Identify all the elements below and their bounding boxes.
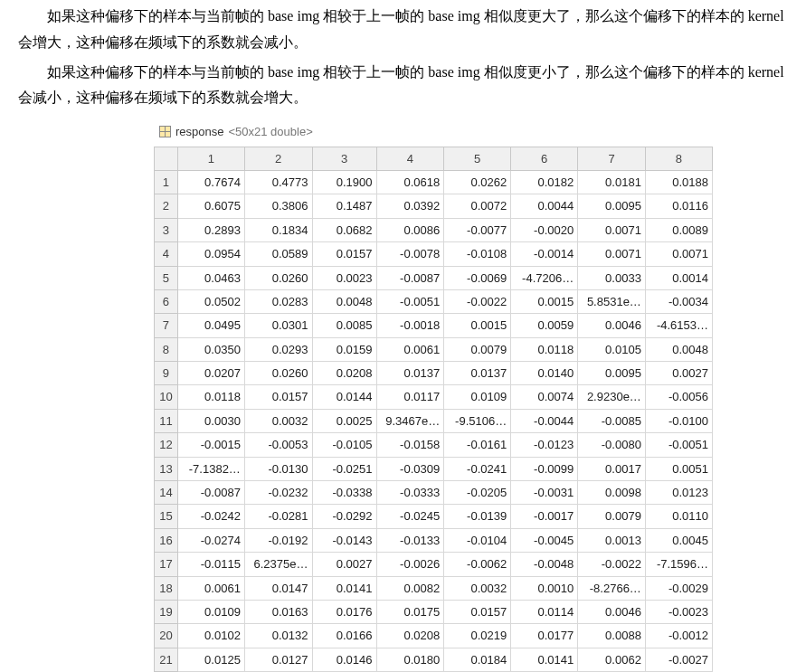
cell[interactable]: 0.0208 — [312, 362, 376, 385]
cell[interactable]: 0.0166 — [312, 624, 376, 648]
cell[interactable]: -0.0053 — [244, 433, 312, 457]
cell[interactable]: 0.0157 — [312, 242, 376, 266]
cell[interactable]: -0.0274 — [177, 528, 244, 552]
cell[interactable]: 0.0046 — [578, 314, 646, 337]
cell[interactable]: 0.0095 — [578, 194, 646, 218]
cell[interactable]: 0.0015 — [444, 314, 511, 337]
cell[interactable]: 0.0188 — [645, 170, 712, 194]
cell[interactable]: 0.0589 — [244, 242, 312, 266]
cell[interactable]: 0.0157 — [244, 385, 312, 409]
cell[interactable]: 0.0088 — [578, 624, 646, 648]
cell[interactable]: -0.0143 — [312, 528, 376, 552]
cell[interactable]: 0.0102 — [177, 624, 244, 648]
cell[interactable]: 0.0260 — [244, 362, 312, 385]
cell[interactable]: 0.0141 — [312, 576, 376, 600]
cell[interactable]: -0.0242 — [177, 505, 244, 528]
cell[interactable]: -0.0105 — [312, 433, 376, 457]
cell[interactable]: 0.0051 — [645, 457, 712, 480]
cell[interactable]: -0.0333 — [376, 481, 444, 505]
cell[interactable]: -0.0232 — [244, 481, 312, 505]
cell[interactable]: -0.0309 — [376, 457, 444, 480]
cell[interactable]: 0.0072 — [444, 194, 511, 218]
cell[interactable]: -0.0139 — [444, 505, 511, 528]
cell[interactable]: 0.0025 — [312, 409, 376, 432]
cell[interactable]: 0.0207 — [177, 362, 244, 385]
cell[interactable]: 0.0392 — [376, 194, 444, 218]
cell[interactable]: 0.0177 — [511, 624, 578, 648]
cell[interactable]: -0.0044 — [511, 409, 578, 432]
cell[interactable]: 0.0147 — [244, 576, 312, 600]
cell[interactable]: 0.0283 — [244, 289, 312, 313]
cell[interactable]: 0.0059 — [511, 314, 578, 337]
cell[interactable]: 0.0109 — [444, 385, 511, 409]
cell[interactable]: 0.0117 — [376, 385, 444, 409]
cell[interactable]: 0.0082 — [376, 576, 444, 600]
cell[interactable]: -4.6153… — [645, 314, 712, 337]
cell[interactable]: 6.2375e… — [244, 553, 312, 576]
cell[interactable]: 0.0044 — [511, 194, 578, 218]
cell[interactable]: -0.0245 — [376, 505, 444, 528]
cell[interactable]: -0.0087 — [376, 266, 444, 289]
cell[interactable]: -0.0051 — [376, 289, 444, 313]
cell[interactable]: -0.0100 — [645, 409, 712, 432]
cell[interactable]: -0.0338 — [312, 481, 376, 505]
cell[interactable]: -0.0018 — [376, 314, 444, 337]
cell[interactable]: -0.0014 — [511, 242, 578, 266]
cell[interactable]: 0.0030 — [177, 409, 244, 432]
cell[interactable]: 0.0163 — [244, 601, 312, 624]
cell[interactable]: 0.0032 — [244, 409, 312, 432]
cell[interactable]: 0.0618 — [376, 170, 444, 194]
cell[interactable]: -0.0056 — [645, 385, 712, 409]
cell[interactable]: -0.0017 — [511, 505, 578, 528]
cell[interactable]: 0.0071 — [578, 242, 646, 266]
cell[interactable]: -0.0205 — [444, 481, 511, 505]
cell[interactable]: 0.0175 — [376, 601, 444, 624]
cell[interactable]: 0.0350 — [177, 337, 244, 361]
cell[interactable]: -0.0251 — [312, 457, 376, 480]
cell[interactable]: 0.0109 — [177, 601, 244, 624]
cell[interactable]: 0.0110 — [645, 505, 712, 528]
cell[interactable]: -0.0029 — [645, 576, 712, 600]
cell[interactable]: 9.3467e… — [376, 409, 444, 432]
cell[interactable]: -0.0133 — [376, 528, 444, 552]
cell[interactable]: -8.2766… — [578, 576, 646, 600]
cell[interactable]: 0.0014 — [645, 266, 712, 289]
cell[interactable]: 0.0071 — [578, 218, 646, 241]
cell[interactable]: 0.0010 — [511, 576, 578, 600]
cell[interactable]: 0.0502 — [177, 289, 244, 313]
cell[interactable]: -9.5106… — [444, 409, 511, 432]
cell[interactable]: -0.0069 — [444, 266, 511, 289]
cell[interactable]: -0.0123 — [511, 433, 578, 457]
cell[interactable]: 0.0032 — [444, 576, 511, 600]
cell[interactable]: -0.0085 — [578, 409, 646, 432]
cell[interactable]: 0.0086 — [376, 218, 444, 241]
cell[interactable]: 0.0095 — [578, 362, 646, 385]
cell[interactable]: 0.0262 — [444, 170, 511, 194]
cell[interactable]: 0.0954 — [177, 242, 244, 266]
cell[interactable]: 0.0105 — [578, 337, 646, 361]
cell[interactable]: 0.4773 — [244, 170, 312, 194]
cell[interactable]: 0.0017 — [578, 457, 646, 480]
cell[interactable]: -0.0051 — [645, 433, 712, 457]
cell[interactable]: 0.0144 — [312, 385, 376, 409]
cell[interactable]: -0.0020 — [511, 218, 578, 241]
cell[interactable]: 0.1487 — [312, 194, 376, 218]
cell[interactable]: -0.0080 — [578, 433, 646, 457]
cell[interactable]: 0.1834 — [244, 218, 312, 241]
cell[interactable]: 0.0027 — [645, 362, 712, 385]
cell[interactable]: 5.8531e… — [578, 289, 646, 313]
cell[interactable]: 0.0159 — [312, 337, 376, 361]
cell[interactable]: 0.0184 — [444, 648, 511, 671]
cell[interactable]: 0.0208 — [376, 624, 444, 648]
cell[interactable]: 2.9230e… — [578, 385, 646, 409]
cell[interactable]: 0.0033 — [578, 266, 646, 289]
cell[interactable]: 0.0463 — [177, 266, 244, 289]
cell[interactable]: -0.0192 — [244, 528, 312, 552]
cell[interactable]: 0.7674 — [177, 170, 244, 194]
cell[interactable]: 0.0114 — [511, 601, 578, 624]
cell[interactable]: 0.0079 — [578, 505, 646, 528]
cell[interactable]: -0.0022 — [444, 289, 511, 313]
cell[interactable]: 0.0015 — [511, 289, 578, 313]
cell[interactable]: 0.0013 — [578, 528, 646, 552]
cell[interactable]: -0.0099 — [511, 457, 578, 480]
